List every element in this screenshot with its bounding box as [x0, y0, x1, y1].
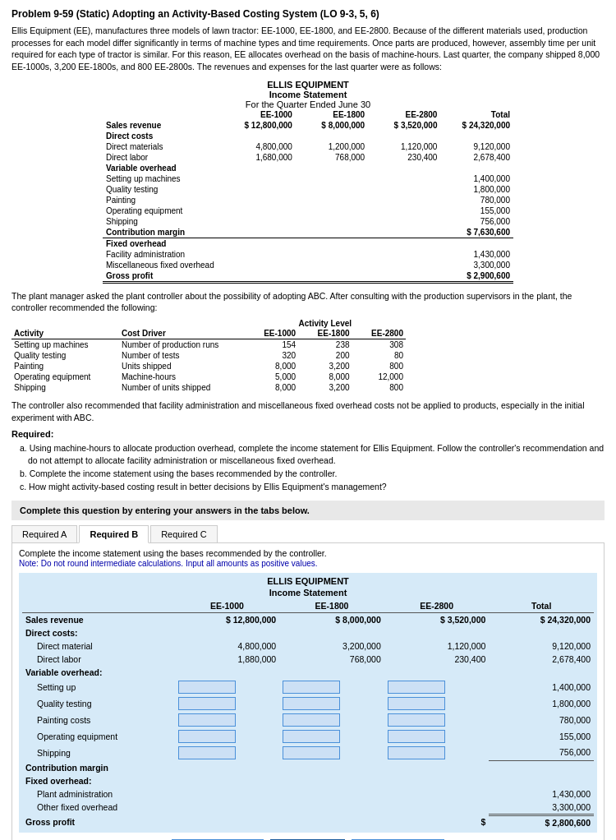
table-row: Gross profit$ $ 2,800,600: [22, 815, 594, 829]
required-item: b. Complete the income statement using t…: [20, 468, 605, 481]
col-total: Total: [440, 109, 513, 120]
table-row: Painting costs780,000: [22, 712, 594, 728]
input-cell[interactable]: [283, 697, 340, 710]
input-cell[interactable]: [178, 681, 236, 694]
top-table-period: For the Quarter Ended June 30: [103, 99, 513, 109]
tab-required-a[interactable]: Required A: [11, 525, 77, 542]
required-label: Required:: [11, 429, 605, 439]
input-cell[interactable]: [388, 746, 445, 759]
table-row: Direct labor1,880,000768,000230,4002,678…: [22, 653, 594, 666]
activity-level-header: Activity Level: [245, 319, 406, 328]
input-cell[interactable]: [283, 681, 340, 694]
section2-text: The plant manager asked the plant contro…: [11, 290, 605, 314]
tab-instruction: Complete the income statement using the …: [19, 548, 597, 568]
instruction-box: Complete this question by entering your …: [11, 501, 605, 520]
table-row: Shipping756,000: [22, 745, 594, 761]
table-row: Operating equipment155,000: [22, 728, 594, 745]
input-cell[interactable]: [388, 681, 445, 694]
col-ee1000: EE-1000: [223, 109, 296, 120]
input-cell[interactable]: [283, 746, 340, 759]
table-row: Direct material4,800,0003,200,0001,120,0…: [22, 639, 594, 653]
input-cell[interactable]: [178, 730, 236, 743]
table-row: Fixed overhead:: [22, 774, 594, 787]
bottom-table-company: ELLIS EQUIPMENT: [22, 576, 594, 586]
input-cell[interactable]: [178, 746, 236, 759]
input-cell[interactable]: [388, 713, 445, 727]
table-row: Direct costs:: [22, 626, 594, 639]
top-income-table: EE-1000 EE-1800 EE-2800 Total Sales reve…: [103, 109, 513, 284]
bottom-income-statement: ELLIS EQUIPMENT Income Statement EE-1000…: [19, 573, 597, 833]
required-item: c. How might activity-based costing resu…: [20, 481, 605, 494]
bottom-income-table: EE-1000 EE-1800 EE-2800 Total Sales reve…: [22, 599, 594, 829]
activity-table-wrap: Activity Level Activity Cost Driver EE-1…: [11, 319, 605, 393]
input-cell[interactable]: [283, 713, 340, 727]
after-activity-text: The controller also recommended that fac…: [11, 399, 605, 423]
problem-title: Problem 9-59 (Static) Adopting an Activi…: [11, 8, 605, 20]
table-row: Plant administration1,430,000: [22, 787, 594, 801]
required-item: a. Using machine-hours to allocate produ…: [20, 442, 605, 468]
table-row: Variable overhead:: [22, 666, 594, 679]
top-table-company: ELLIS EQUIPMENT: [103, 80, 513, 90]
top-table-stmt: Income Statement: [103, 90, 513, 99]
tab-required-b[interactable]: Required B: [79, 525, 149, 543]
col-ee1800: EE-1800: [296, 109, 368, 120]
col-ee2800: EE-2800: [368, 109, 440, 120]
bottom-col-total: Total: [489, 599, 594, 613]
intro-text: Ellis Equipment (EE), manufactures three…: [11, 25, 605, 73]
bottom-table-stmt: Income Statement: [22, 588, 594, 598]
table-row: Other fixed overhead3,300,000: [22, 801, 594, 815]
bottom-col-ee2800: EE-2800: [384, 599, 490, 613]
tab-required-c[interactable]: Required C: [150, 525, 218, 542]
tab-bar: Required A Required B Required C: [11, 525, 605, 543]
bottom-col-ee1800: EE-1800: [279, 599, 384, 613]
table-row: Sales revenue$ 12,800,000$ 8,000,000$ 3,…: [22, 612, 594, 626]
bottom-col-ee1000: EE-1000: [175, 599, 280, 613]
input-cell[interactable]: [388, 697, 445, 710]
top-income-statement: ELLIS EQUIPMENT Income Statement For the…: [103, 80, 513, 284]
required-items: a. Using machine-hours to allocate produ…: [11, 442, 605, 494]
activity-table: Activity Level Activity Cost Driver EE-1…: [11, 319, 406, 393]
input-cell[interactable]: [283, 730, 340, 743]
tab-content: Complete the income statement using the …: [11, 543, 605, 841]
table-row: Setting up1,400,000: [22, 679, 594, 695]
input-cell[interactable]: [178, 697, 236, 710]
table-row: Quality testing1,800,000: [22, 695, 594, 712]
input-cell[interactable]: [388, 730, 445, 743]
input-cell[interactable]: [178, 713, 236, 727]
table-row: Contribution margin: [22, 761, 594, 774]
